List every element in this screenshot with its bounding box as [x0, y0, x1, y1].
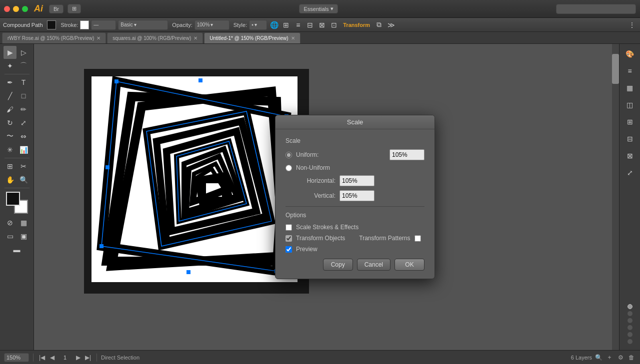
direct-selection-tool[interactable]: ▷ [17, 46, 30, 59]
transform-button[interactable]: Transform [341, 22, 372, 28]
brush-combo[interactable]: Basic ▾ [118, 20, 168, 30]
tab-untitled[interactable]: Untitled-1* @ 150% (RGB/Preview) ✕ [204, 32, 300, 43]
warp-tool[interactable]: 〜 [4, 130, 16, 143]
transform-objects-checkbox[interactable] [286, 235, 292, 242]
type-tool[interactable]: T [17, 76, 30, 89]
tab-squares[interactable]: squares.ai @ 100% (RGB/Preview) ✕ [107, 32, 203, 43]
slice-tool[interactable]: ✂ [17, 160, 30, 173]
scale-strokes-checkbox[interactable] [286, 224, 292, 231]
bridge-button[interactable]: Br [49, 4, 64, 13]
last-page-btn[interactable]: ▶| [84, 353, 92, 362]
vertical-scrollbar[interactable] [612, 44, 619, 350]
minimize-button[interactable] [13, 6, 19, 12]
line-tool[interactable]: ╱ [4, 89, 16, 102]
hand-tool[interactable]: ✋ [4, 173, 16, 186]
lasso-tool[interactable]: ⌒ [17, 59, 30, 72]
copy-button[interactable]: Copy [323, 259, 353, 271]
layers-panel-btn[interactable]: ⊞ [622, 114, 638, 130]
align4-icon[interactable]: ⊡ [329, 20, 339, 30]
width-tool[interactable]: ⇔ [17, 130, 30, 143]
close-button[interactable] [4, 6, 10, 12]
prev-page-btn[interactable]: ◀ [48, 353, 56, 362]
tab-untitled-close[interactable]: ✕ [291, 35, 295, 41]
horizontal-input[interactable] [340, 175, 374, 186]
tab-squares-close[interactable]: ✕ [194, 35, 198, 41]
cancel-button[interactable]: Cancel [357, 259, 390, 271]
style-combo[interactable]: ▪ ▾ [249, 20, 267, 30]
uniform-row: Uniform: [286, 149, 424, 160]
gradient-panel-btn[interactable]: ▦ [622, 80, 638, 96]
web-icon[interactable]: 🌐 [269, 20, 279, 30]
rotate-tool[interactable]: ↻ [4, 116, 16, 129]
panels-toggle-icon[interactable]: ⋮ [627, 20, 637, 30]
scrollbar-thumb[interactable] [612, 54, 619, 84]
first-page-btn[interactable]: |◀ [38, 353, 46, 362]
graph-tool[interactable]: 📊 [17, 143, 30, 156]
paintbrush-tool[interactable]: 🖌 [4, 103, 16, 116]
draw-inside-btn[interactable]: ▣ [17, 230, 30, 243]
zoom-tool[interactable]: 🔍 [17, 173, 30, 186]
chevron-down-icon: ▾ [330, 5, 334, 12]
stroke-panel-btn[interactable]: ≡ [622, 63, 638, 79]
search-layers-btn[interactable]: 🔍 [594, 353, 603, 362]
transform-panel-btn[interactable]: ⤢ [622, 165, 638, 181]
canvas-inner[interactable] [92, 76, 298, 282]
tool-row-fill: ⊘ ▦ [4, 216, 30, 229]
layers-options-btn[interactable]: ⚙ [616, 353, 625, 362]
transform-patterns-checkbox[interactable] [414, 235, 421, 242]
dialog-separator [286, 206, 424, 207]
fill-swatch[interactable] [47, 20, 56, 29]
opacity-combo[interactable]: 100% ▾ [194, 20, 230, 30]
distribute-icon[interactable]: ≡ [293, 20, 303, 30]
align-panel-btn[interactable]: ⊠ [622, 148, 638, 164]
symbol-sprayer-tool[interactable]: ✳ [4, 143, 16, 156]
preview-checkbox[interactable] [286, 246, 292, 253]
align3-icon[interactable]: ⊠ [317, 20, 327, 30]
foreground-color-swatch[interactable] [6, 192, 20, 206]
add-layer-btn[interactable]: + [605, 353, 614, 362]
selection-tool[interactable]: ▶ [4, 46, 16, 59]
tab-rwby[interactable]: rWBY Rose.ai @ 150% (RGB/Preview) ✕ [2, 32, 106, 43]
transparency-panel-btn[interactable]: ◫ [622, 97, 638, 113]
next-page-btn[interactable]: ▶ [74, 353, 82, 362]
pencil-tool[interactable]: ✏ [17, 103, 30, 116]
none-fill-btn[interactable]: ⊘ [4, 216, 16, 229]
transform-options-icon[interactable]: ⧉ [374, 20, 384, 30]
ok-button[interactable]: OK [394, 259, 424, 271]
delete-layer-btn[interactable]: 🗑 [627, 353, 636, 362]
magic-wand-tool[interactable]: ✦ [4, 59, 16, 72]
artboard-tool[interactable]: ⊞ [4, 160, 16, 173]
align-icon[interactable]: ⊞ [281, 20, 291, 30]
maximize-button[interactable] [22, 6, 28, 12]
tab-rwby-close[interactable]: ✕ [96, 35, 100, 41]
artboards-panel-btn[interactable]: ⊟ [622, 131, 638, 147]
stroke-weight-combo[interactable]: — [91, 20, 116, 30]
bridge-label: Br [54, 6, 59, 12]
workspace-switcher[interactable]: ⊞ [68, 4, 81, 13]
screen-mode-btn[interactable]: ▬ [10, 243, 24, 256]
normal-draw-btn[interactable]: ▭ [4, 230, 16, 243]
essentials-label: Essentials [304, 6, 328, 12]
uniform-radio[interactable] [286, 152, 292, 158]
rect-tool[interactable]: □ [17, 89, 30, 102]
workspace-switcher-icon: ⊞ [72, 5, 76, 12]
more-icon[interactable]: ≫ [386, 20, 396, 30]
vertical-input[interactable] [340, 190, 374, 201]
artwork [92, 76, 298, 282]
uniform-input[interactable] [390, 149, 424, 160]
pen-tool[interactable]: ✒ [4, 76, 16, 89]
scale-tool[interactable]: ⤢ [17, 116, 30, 129]
tool-row-8: ✳ 📊 [4, 143, 30, 156]
toolbox: ▶ ▷ ✦ ⌒ ✒ T ╱ □ 🖌 ✏ ↻ ⤢ 〜 ⇔ ✳ 📊 [0, 44, 34, 350]
essentials-btn[interactable]: Essentials ▾ [299, 4, 338, 13]
non-uniform-radio[interactable] [286, 165, 292, 171]
transform-patterns-label: Transform Patterns [359, 235, 410, 242]
tool-row-6: ↻ ⤢ [4, 116, 30, 129]
stroke-swatch[interactable] [80, 20, 89, 29]
search-input[interactable] [556, 4, 636, 14]
tool-row-2: ✦ ⌒ [4, 59, 30, 72]
color-panel-btn[interactable]: 🎨 [622, 46, 638, 62]
align2-icon[interactable]: ⊟ [305, 20, 315, 30]
gradient-fill-btn[interactable]: ▦ [17, 216, 30, 229]
zoom-input[interactable] [4, 353, 29, 362]
